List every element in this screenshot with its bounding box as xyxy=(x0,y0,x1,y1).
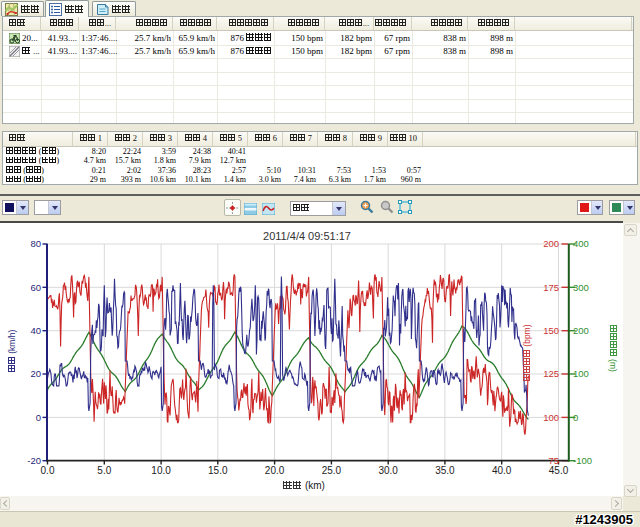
svg-text:-20: -20 xyxy=(27,455,41,466)
svg-text:2011/4/4 09:51:17: 2011/4/4 09:51:17 xyxy=(263,230,351,242)
svg-text:400: 400 xyxy=(573,238,589,249)
svg-text:175: 175 xyxy=(543,282,559,293)
svg-text:60: 60 xyxy=(30,282,41,293)
svg-text:20: 20 xyxy=(30,368,41,379)
svg-text:0.0: 0.0 xyxy=(41,465,55,476)
svg-text:20.0: 20.0 xyxy=(265,465,285,476)
svg-text:15.0: 15.0 xyxy=(208,465,228,476)
svg-text:100: 100 xyxy=(543,412,559,423)
svg-text:10.0: 10.0 xyxy=(151,465,171,476)
svg-text:35.0: 35.0 xyxy=(435,465,455,476)
svg-text:25.0: 25.0 xyxy=(322,465,342,476)
svg-text:30.0: 30.0 xyxy=(378,465,398,476)
svg-text:100: 100 xyxy=(573,368,589,379)
svg-text:-100: -100 xyxy=(573,455,592,466)
svg-text:40: 40 xyxy=(30,325,41,336)
svg-text:300: 300 xyxy=(573,282,589,293)
svg-text:200: 200 xyxy=(573,325,589,336)
svg-text:0: 0 xyxy=(36,412,41,423)
svg-text:200: 200 xyxy=(543,238,559,249)
svg-text:45.0: 45.0 xyxy=(549,465,569,476)
svg-text:40.0: 40.0 xyxy=(492,465,512,476)
svg-text:150: 150 xyxy=(543,325,559,336)
svg-text:80: 80 xyxy=(30,238,41,249)
svg-text:0: 0 xyxy=(573,412,578,423)
svg-text:5.0: 5.0 xyxy=(97,465,111,476)
svg-text:125: 125 xyxy=(543,368,559,379)
